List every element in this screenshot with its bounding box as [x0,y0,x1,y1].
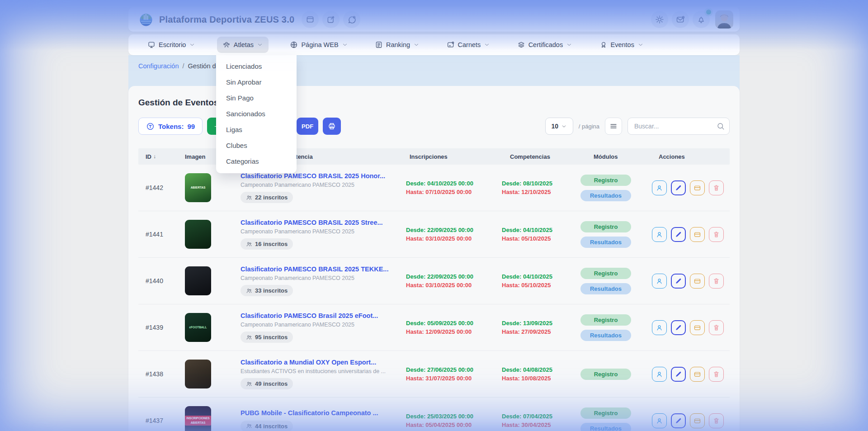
feedback-button[interactable] [343,11,360,28]
event-title-link[interactable]: Clasificatorio a Mundial OXY Open Esport… [241,359,391,366]
people-icon [246,241,252,247]
event-title-link[interactable]: Clasificatorio PAMESCO BRASIL 2025 Honor… [241,172,391,180]
event-title-link[interactable]: Clasificatorio PAMESCO BRASIL 2025 TEKKE… [241,265,391,273]
action-card-button[interactable] [690,180,705,195]
competitions-dates-cell: Desde: 08/10/2025 Hasta: 12/10/2025 [494,180,570,195]
nav-item-escritorio[interactable]: Escritorio [142,37,201,53]
user-avatar[interactable] [715,10,733,28]
event-info-cell: Clasificatorio PAMESCO BRASIL 2025 TEKKE… [231,265,398,297]
event-image-cell [177,266,231,295]
person-icon [656,417,663,425]
event-title-link[interactable]: PUBG Mobile - Clasificatorio Campeonato … [241,409,391,417]
action-participants-button[interactable] [652,227,667,242]
event-image-cell: eFOOTBALL [177,313,231,342]
atletas-dropdown-menu: LicenciadosSin AprobarSin PagoSancionado… [216,55,297,173]
nav-item-eventos[interactable]: Eventos [594,37,649,53]
action-edit-button[interactable] [671,320,686,335]
event-id: #1442 [138,184,177,191]
inscription-from: Desde: 22/09/2025 00:00 [406,273,494,280]
action-edit-button[interactable] [671,227,686,242]
action-edit-button[interactable] [671,367,686,382]
competitions-dates-cell: Desde: 13/09/2025 Hasta: 27/09/2025 [494,320,570,335]
tokens-value: 99 [187,123,195,130]
nav-item-carnets[interactable]: Carnets [441,37,496,53]
search-input[interactable] [627,118,730,135]
action-edit-button[interactable] [671,413,686,428]
thumbnail-caption: INSCRIPCIONES ABIERTAS [185,416,211,426]
print-button[interactable] [323,118,341,135]
action-participants-button[interactable] [652,180,667,195]
window-button[interactable] [302,11,319,28]
action-participants-button[interactable] [652,413,667,428]
dropdown-item-ligas[interactable]: Ligas [216,122,297,137]
action-edit-button[interactable] [671,180,686,195]
chev-icon [637,42,644,48]
action-card-button[interactable] [690,320,705,335]
export-pdf-button[interactable]: PDF [297,118,318,135]
dropdown-item-categorias[interactable]: Categorias [216,153,297,169]
compose-button[interactable] [322,11,340,28]
event-subtitle: Campeonato Panamericano PAMESCO 2025 [241,228,391,235]
action-delete-button[interactable] [709,227,724,242]
table-menu-button[interactable] [605,118,622,135]
event-row: #1439 eFOOTBALL Clasificatorio PAMESCO B… [138,304,730,351]
column-label: Competencias [510,153,550,160]
competition-from: Desde: 08/10/2025 [502,180,570,187]
event-title-link[interactable]: Clasificatorio PAMESCO BRASIL 2025 Stree… [241,219,391,227]
users-icon [222,41,231,49]
action-delete-button[interactable] [709,320,724,335]
dropdown-item-sin-pago[interactable]: Sin Pago [216,90,297,106]
header-quick-actions [302,11,360,28]
tokens-label: Tokens: [158,123,184,130]
inscription-to: Hasta: 05/04/2025 00:00 [406,422,494,428]
dropdown-item-sin-aprobar[interactable]: Sin Aprobar [216,74,297,90]
action-card-button[interactable] [690,413,705,428]
competition-to: Hasta: 12/10/2025 [502,189,570,195]
action-participants-button[interactable] [652,274,667,289]
enrolled-badge: 33 inscritos [241,285,293,296]
nav-item-atletas[interactable]: Atletas [217,37,269,53]
action-card-button[interactable] [690,274,705,289]
search-box [627,118,730,135]
dropdown-item-licenciados[interactable]: Licenciados [216,58,297,74]
dropdown-item-clubes[interactable]: Clubes [216,137,297,153]
enrolled-count: 44 inscritos [255,423,288,430]
event-title-link[interactable]: Clasificatorio PAMESCO Brasil 2025 eFoot… [241,312,391,320]
event-thumbnail [185,266,211,295]
enrolled-count: 16 inscritos [255,241,288,247]
trash-icon [712,370,720,378]
nav-label: Carnets [458,41,481,48]
brand: Plataforma Deportiva ZEUS 3.0 [138,12,294,27]
inscriptions-dates-cell: Desde: 22/09/2025 00:00 Hasta: 03/10/202… [398,273,494,289]
event-thumbnail: ABIERTAS [185,173,211,202]
action-delete-button[interactable] [709,180,724,195]
action-delete-button[interactable] [709,367,724,382]
column-header-id[interactable]: ID↓ [138,153,177,160]
people-icon [246,334,252,341]
action-participants-button[interactable] [652,320,667,335]
action-delete-button[interactable] [709,413,724,428]
nav-item-pagina-web[interactable]: Página WEB [284,37,353,53]
action-participants-button[interactable] [652,367,667,382]
notifications-button[interactable] [693,11,710,28]
page-size-select[interactable]: 10 [545,118,573,135]
action-edit-button[interactable] [671,274,686,289]
messages-button[interactable] [672,11,689,28]
breadcrumb-link-configuracion[interactable]: Configuración [138,62,179,70]
inscription-to: Hasta: 12/09/2025 00:00 [406,328,494,335]
action-card-button[interactable] [690,227,705,242]
nav-item-certificados[interactable]: Certificados [512,37,578,53]
competition-from: Desde: 04/10/2025 [502,273,570,280]
column-header-acciones: Acciones [642,153,730,160]
action-card-button[interactable] [690,367,705,382]
token-icon [146,122,155,131]
tokens-button[interactable]: Tokens: 99 [138,118,203,135]
pencil-icon [675,184,682,192]
nav-item-ranking[interactable]: Ranking [369,37,425,53]
theme-toggle-button[interactable] [651,11,668,28]
action-delete-button[interactable] [709,274,724,289]
module-badge-resultados: Resultados [580,330,631,341]
dropdown-item-sancionados[interactable]: Sancionados [216,106,297,122]
inscription-from: Desde: 22/09/2025 00:00 [406,227,494,233]
competition-from: Desde: 04/10/2025 [502,227,570,233]
